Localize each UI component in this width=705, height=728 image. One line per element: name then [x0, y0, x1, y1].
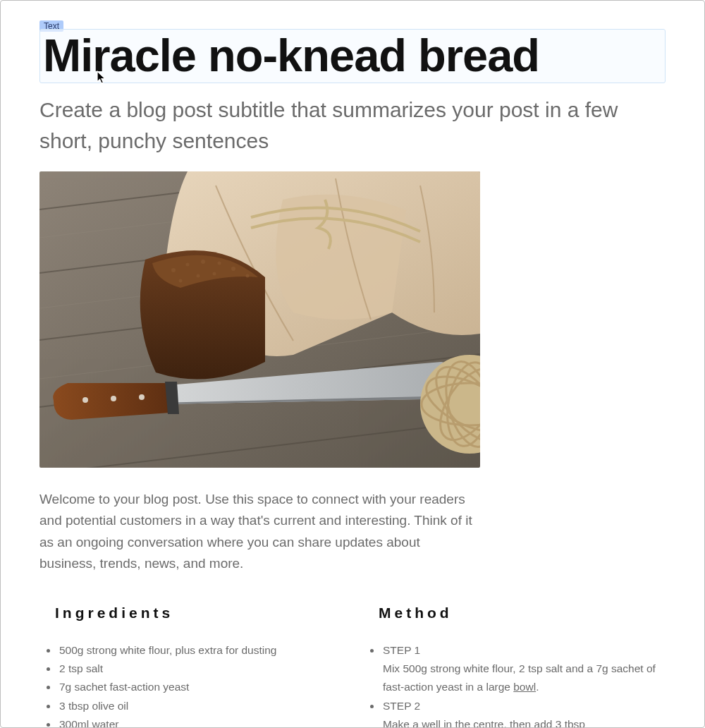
- svg-point-13: [231, 267, 235, 271]
- svg-point-19: [111, 396, 116, 401]
- step-text: Make a well in the centre, then add 3 tb…: [383, 718, 585, 728]
- ingredients-list[interactable]: 500g strong white flour, plus extra for …: [39, 641, 342, 728]
- recipe-columns: Ingredients 500g strong white flour, plu…: [39, 605, 666, 728]
- post-title[interactable]: Miracle no-knead bread: [43, 32, 662, 78]
- svg-point-16: [197, 274, 200, 278]
- svg-point-20: [139, 394, 145, 400]
- list-item[interactable]: 7g sachet fast-action yeast: [58, 678, 342, 696]
- step-text: .: [536, 681, 539, 693]
- step-body: Make a well in the centre, then add 3 tb…: [383, 715, 666, 728]
- step-body: Mix 500g strong white flour, 2 tsp salt …: [383, 660, 666, 697]
- list-item[interactable]: 300ml water: [58, 715, 342, 728]
- svg-point-17: [213, 272, 216, 276]
- list-item[interactable]: 500g strong white flour, plus extra for …: [58, 641, 342, 660]
- title-editable-field[interactable]: Miracle no-knead bread: [39, 29, 666, 83]
- ingredients-heading[interactable]: Ingredients: [55, 605, 342, 621]
- post-subtitle[interactable]: Create a blog post subtitle that summari…: [39, 95, 625, 156]
- ingredients-column: Ingredients 500g strong white flour, plu…: [39, 605, 342, 728]
- svg-point-14: [246, 274, 250, 278]
- svg-point-15: [179, 279, 183, 283]
- post-hero-image[interactable]: [39, 171, 480, 468]
- list-item[interactable]: 3 tbsp olive oil: [58, 697, 342, 715]
- step-label: STEP 1: [383, 644, 420, 656]
- list-item[interactable]: STEP 1 Mix 500g strong white flour, 2 ts…: [381, 641, 666, 697]
- method-heading[interactable]: Method: [379, 605, 666, 621]
- list-item[interactable]: 2 tsp salt: [58, 660, 342, 678]
- svg-point-9: [171, 268, 176, 272]
- svg-point-12: [218, 262, 221, 265]
- svg-point-11: [201, 260, 205, 264]
- post-content: Text Miracle no-knead bread Create a blo…: [1, 1, 704, 728]
- svg-point-10: [186, 263, 190, 267]
- method-list[interactable]: STEP 1 Mix 500g strong white flour, 2 ts…: [363, 641, 666, 728]
- method-column: Method STEP 1 Mix 500g strong white flou…: [363, 605, 666, 728]
- editor-canvas: Text Miracle no-knead bread Create a blo…: [0, 0, 705, 728]
- svg-point-18: [82, 397, 88, 403]
- step-label: STEP 2: [383, 700, 420, 712]
- post-intro-paragraph[interactable]: Welcome to your blog post. Use this spac…: [39, 489, 480, 575]
- step-link[interactable]: bowl: [513, 681, 536, 693]
- list-item[interactable]: STEP 2 Make a well in the centre, then a…: [381, 697, 666, 728]
